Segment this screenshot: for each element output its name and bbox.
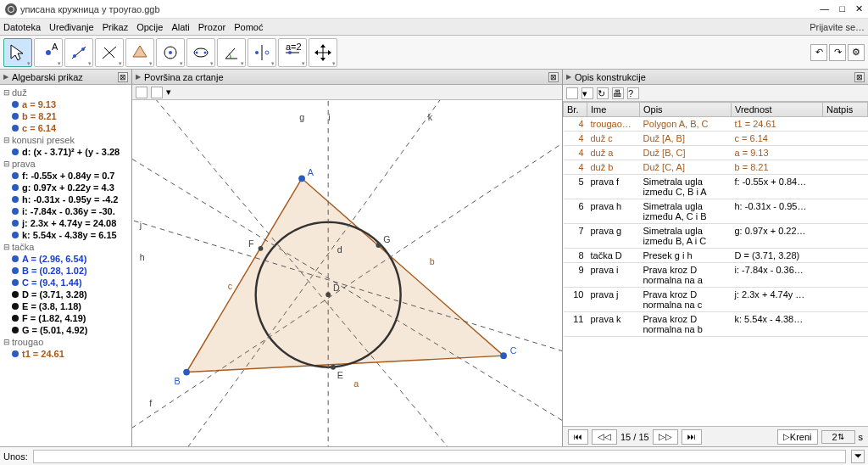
algebra-group[interactable]: ⊟prava: [0, 158, 131, 170]
protocol-header[interactable]: ▶ Opis konstrukcije ⊠: [563, 70, 868, 85]
col-ime[interactable]: Ime: [587, 103, 640, 117]
protocol-row[interactable]: 4trougao…Polygon A, B, Ct1 = 24.61: [564, 117, 868, 132]
algebra-item[interactable]: g: 0.97x + 0.22y = 4.3: [0, 182, 131, 193]
protocol-row[interactable]: 9prava iPrava kroz D normalna na ai: -7.…: [564, 263, 868, 288]
protocol-close[interactable]: ⊠: [854, 72, 865, 82]
maximize-button[interactable]: □: [839, 3, 845, 14]
nav-last[interactable]: ⏭: [682, 429, 702, 445]
axes-icon[interactable]: [151, 87, 163, 98]
algebra-item[interactable]: G = (5.01, 4.92): [0, 324, 131, 336]
tool-slider[interactable]: a=2: [278, 38, 307, 67]
protocol-row[interactable]: 4duž aDuž [B, C]a = 9.13: [564, 146, 868, 160]
nav-next[interactable]: ▷▷: [653, 429, 678, 445]
menu-file[interactable]: Datoteka: [3, 22, 41, 32]
algebra-group[interactable]: ⊟tačka: [0, 241, 131, 253]
visibility-dot[interactable]: [12, 255, 19, 262]
algebra-item[interactable]: b = 8.21: [0, 110, 131, 122]
algebra-item[interactable]: c = 6.14: [0, 122, 131, 134]
tool-move-view[interactable]: [309, 38, 337, 67]
tool-angle[interactable]: [217, 38, 246, 67]
algebra-group[interactable]: ⊟duž: [0, 87, 131, 98]
protocol-row[interactable]: 4duž bDuž [C, A]b = 8.21: [564, 160, 868, 175]
interval-spinner[interactable]: 2 ⇅: [821, 430, 855, 444]
visibility-dot[interactable]: [12, 327, 19, 333]
col-natpis[interactable]: Natpis: [823, 103, 868, 117]
options-icon[interactable]: ▾: [581, 87, 593, 99]
tool-point[interactable]: A: [34, 38, 63, 67]
close-button[interactable]: ✕: [855, 3, 863, 14]
play-button[interactable]: ▷ Kreni: [777, 429, 818, 445]
algebra-header[interactable]: ▶ Algebarski prikaz ⊠: [0, 70, 131, 85]
visibility-dot[interactable]: [12, 113, 19, 120]
tool-move[interactable]: [3, 38, 32, 67]
algebra-item[interactable]: a = 9.13: [0, 98, 131, 110]
visibility-dot[interactable]: [12, 279, 19, 286]
algebra-item[interactable]: i: -7.84x - 0.36y = -30.: [0, 205, 131, 217]
col-opis[interactable]: Opis: [640, 103, 732, 117]
visibility-dot[interactable]: [12, 208, 19, 215]
tool-reflect[interactable]: [248, 38, 276, 67]
help-icon[interactable]: ?: [627, 87, 639, 99]
menu-options[interactable]: Opcije: [136, 22, 163, 32]
visibility-dot[interactable]: [12, 172, 19, 179]
algebra-item[interactable]: h: -0.31x - 0.95y = -4.2: [0, 193, 131, 205]
undo-button[interactable]: ↶: [810, 44, 827, 61]
algebra-group[interactable]: ⊟konusni presek: [0, 134, 131, 146]
visibility-dot[interactable]: [12, 267, 19, 274]
visibility-dot[interactable]: [12, 315, 19, 322]
columns-icon[interactable]: [566, 87, 578, 99]
redo-button[interactable]: ↷: [829, 44, 846, 61]
visibility-dot[interactable]: [12, 125, 19, 132]
menu-edit[interactable]: Uređivanje: [49, 22, 94, 32]
col-br[interactable]: Br.: [564, 103, 587, 117]
graphics-close[interactable]: ⊠: [548, 72, 559, 82]
algebra-item[interactable]: F = (1.82, 4.19): [0, 312, 131, 324]
visibility-dot[interactable]: [12, 148, 19, 155]
nav-prev[interactable]: ◁◁: [592, 429, 617, 445]
menu-view[interactable]: Prikaz: [103, 22, 129, 32]
export-icon[interactable]: ↻: [597, 87, 609, 99]
tool-perpendicular[interactable]: [95, 38, 124, 67]
protocol-row[interactable]: 5prava fSimetrala ugla između C, B i Af:…: [564, 175, 868, 199]
algebra-item[interactable]: f: -0.55x + 0.84y = 0.7: [0, 170, 131, 182]
graphics-dropdown[interactable]: ▾: [166, 87, 171, 98]
graphics-header[interactable]: ▶ Površina za crtanje ⊠: [132, 70, 562, 85]
signin-link[interactable]: Prijavite se…: [810, 22, 865, 32]
input-help-icon[interactable]: ⏷: [851, 450, 865, 463]
algebra-item[interactable]: A = (2.96, 6.54): [0, 253, 131, 265]
visibility-dot[interactable]: [12, 184, 19, 191]
algebra-item[interactable]: C = (9.4, 1.44): [0, 277, 131, 289]
algebra-item[interactable]: B = (0.28, 1.02): [0, 265, 131, 277]
visibility-dot[interactable]: [12, 101, 19, 108]
algebra-item[interactable]: j: 2.3x + 4.74y = 24.08: [0, 217, 131, 229]
print-icon[interactable]: 🖶: [612, 87, 624, 99]
visibility-dot[interactable]: [12, 303, 19, 310]
visibility-dot[interactable]: [12, 350, 19, 357]
tool-line[interactable]: [64, 38, 93, 67]
protocol-row[interactable]: 8tačka DPresek g i hD = (3.71, 3.28): [564, 249, 868, 263]
algebra-close[interactable]: ⊠: [118, 72, 128, 82]
algebra-item[interactable]: d: (x - 3.71)² + (y - 3.28: [0, 146, 131, 158]
algebra-item[interactable]: E = (3.8, 1.18): [0, 300, 131, 312]
visibility-dot[interactable]: [12, 196, 19, 203]
protocol-row[interactable]: 11prava kPrava kroz D normalna na bk: 5.…: [564, 312, 868, 337]
nav-first[interactable]: ⏮: [568, 429, 588, 445]
grid-icon[interactable]: [136, 87, 147, 98]
protocol-table[interactable]: Br. Ime Opis Vrednost Natpis 4trougao…Po…: [563, 102, 868, 426]
algebra-item[interactable]: t1 = 24.61: [0, 348, 131, 360]
col-vrednost[interactable]: Vrednost: [732, 103, 823, 117]
graphics-canvas[interactable]: A B C D E F G a b c d f g h i j k: [132, 100, 562, 446]
protocol-row[interactable]: 4duž cDuž [A, B]c = 6.14: [564, 132, 868, 146]
tool-circle[interactable]: [156, 38, 185, 67]
menu-tools[interactable]: Alati: [171, 22, 189, 32]
visibility-dot[interactable]: [12, 220, 19, 227]
tool-polygon[interactable]: [125, 38, 154, 67]
tool-conic[interactable]: [186, 38, 215, 67]
protocol-row[interactable]: 10prava jPrava kroz D normalna na cj: 2.…: [564, 288, 868, 312]
algebra-item[interactable]: k: 5.54x - 4.38y = 6.15: [0, 229, 131, 241]
minimize-button[interactable]: —: [820, 3, 829, 14]
algebra-group[interactable]: ⊟trougao: [0, 336, 131, 348]
algebra-item[interactable]: D = (3.71, 3.28): [0, 289, 131, 300]
menu-window[interactable]: Prozor: [198, 22, 225, 32]
protocol-row[interactable]: 6prava hSimetrala ugla između A, C i Bh:…: [564, 199, 868, 224]
